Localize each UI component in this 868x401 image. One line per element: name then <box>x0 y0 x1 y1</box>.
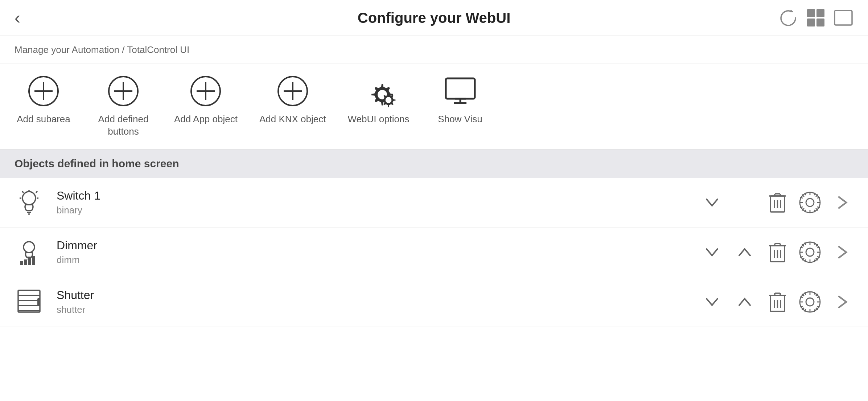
section-header: Objects defined in home screen <box>0 150 868 178</box>
svg-line-56 <box>805 210 806 212</box>
breadcrumb: Manage your Automation / TotalControl UI <box>0 36 868 64</box>
svg-line-51 <box>814 210 815 212</box>
toolbar-add-app-object[interactable]: Add App object <box>174 75 238 126</box>
dimmer-delete[interactable] <box>766 241 788 263</box>
svg-line-116 <box>814 309 815 312</box>
svg-line-118 <box>817 306 820 307</box>
switch1-move-down[interactable] <box>701 192 723 213</box>
window-icon[interactable] <box>833 8 853 28</box>
svg-rect-63 <box>28 258 31 265</box>
svg-rect-1 <box>816 9 824 17</box>
svg-point-18 <box>385 97 391 103</box>
svg-point-74 <box>806 248 814 256</box>
grid-icon[interactable] <box>806 8 826 28</box>
webui-options-label: WebUI options <box>347 113 409 126</box>
svg-point-41 <box>806 199 814 206</box>
svg-line-86 <box>817 257 820 257</box>
svg-line-52 <box>800 197 803 198</box>
svg-rect-19 <box>446 78 475 99</box>
svg-point-106 <box>806 298 814 306</box>
svg-line-84 <box>814 259 815 262</box>
shutter-navigate[interactable] <box>832 291 853 313</box>
add-defined-buttons-icon <box>107 75 140 107</box>
svg-line-119 <box>800 306 803 307</box>
header: ‹ Configure your WebUI <box>0 0 868 36</box>
switch1-type: binary <box>57 205 701 216</box>
svg-line-83 <box>805 242 806 245</box>
svg-rect-96 <box>37 298 40 306</box>
svg-line-55 <box>817 197 820 198</box>
svg-line-31 <box>36 191 37 193</box>
shutter-actions <box>701 291 853 313</box>
shutter-move-down[interactable] <box>701 291 723 313</box>
list-item: Switch 1 binary <box>0 178 868 228</box>
switch1-icon <box>15 188 44 217</box>
svg-rect-3 <box>816 19 824 26</box>
svg-point-58 <box>24 242 34 253</box>
add-subarea-label: Add subarea <box>17 113 70 126</box>
add-app-object-icon <box>189 75 222 107</box>
shutter-type: shutter <box>57 304 701 315</box>
svg-rect-0 <box>807 9 815 17</box>
switch1-name: Switch 1 <box>57 189 701 202</box>
svg-rect-61 <box>20 261 23 265</box>
list-item: Dimmer dimm <box>0 228 868 277</box>
dimmer-actions <box>701 241 853 263</box>
refresh-icon[interactable] <box>778 8 798 28</box>
shutter-move-up[interactable] <box>734 291 756 313</box>
add-app-object-label: Add App object <box>174 113 238 126</box>
dimmer-info: Dimmer dimm <box>57 239 701 266</box>
svg-line-87 <box>800 257 803 257</box>
svg-rect-4 <box>835 11 852 25</box>
shutter-settings[interactable] <box>799 291 821 313</box>
toolbar-webui-options[interactable]: WebUI options <box>347 75 409 126</box>
svg-point-23 <box>22 192 36 205</box>
dimmer-icon <box>15 238 44 267</box>
back-button[interactable]: ‹ <box>15 9 20 26</box>
header-actions <box>778 8 853 28</box>
switch1-move-up-placeholder <box>734 192 756 213</box>
add-knx-object-icon <box>276 75 309 107</box>
show-visu-label: Show Visu <box>438 113 482 126</box>
switch1-delete[interactable] <box>766 192 788 213</box>
svg-line-90 <box>814 242 815 245</box>
svg-rect-2 <box>807 19 815 26</box>
toolbar-add-defined-buttons[interactable]: Add defined buttons <box>94 75 152 138</box>
dimmer-move-up[interactable] <box>734 241 756 263</box>
svg-line-89 <box>805 259 806 262</box>
toolbar-add-knx-object[interactable]: Add KNX object <box>259 75 326 126</box>
svg-line-88 <box>817 247 820 248</box>
shutter-name: Shutter <box>57 289 701 302</box>
svg-rect-64 <box>32 256 35 265</box>
shutter-delete[interactable] <box>766 291 788 313</box>
svg-line-85 <box>800 247 803 248</box>
toolbar-show-visu[interactable]: Show Visu <box>431 75 489 126</box>
svg-line-115 <box>805 292 806 295</box>
svg-line-120 <box>817 297 820 298</box>
svg-line-122 <box>814 292 815 295</box>
svg-line-54 <box>800 207 803 208</box>
svg-line-117 <box>800 297 803 298</box>
toolbar-add-subarea[interactable]: Add subarea <box>15 75 73 126</box>
add-subarea-icon <box>27 75 60 107</box>
svg-line-30 <box>22 191 24 193</box>
switch1-settings[interactable] <box>799 192 821 213</box>
svg-line-121 <box>805 309 806 312</box>
webui-options-icon <box>362 75 395 107</box>
page-title: Configure your WebUI <box>358 10 510 26</box>
dimmer-move-down[interactable] <box>701 241 723 263</box>
add-knx-object-label: Add KNX object <box>259 113 326 126</box>
svg-rect-91 <box>18 290 40 312</box>
switch1-navigate[interactable] <box>832 192 853 213</box>
switch1-actions <box>701 192 853 213</box>
dimmer-type: dimm <box>57 254 701 266</box>
svg-line-50 <box>805 193 806 195</box>
svg-rect-62 <box>24 259 27 265</box>
dimmer-navigate[interactable] <box>832 241 853 263</box>
show-visu-icon <box>444 75 477 107</box>
dimmer-name: Dimmer <box>57 239 701 252</box>
shutter-icon <box>15 287 44 316</box>
list-item: Shutter shutter <box>0 277 868 327</box>
dimmer-settings[interactable] <box>799 241 821 263</box>
switch1-info: Switch 1 binary <box>57 189 701 216</box>
